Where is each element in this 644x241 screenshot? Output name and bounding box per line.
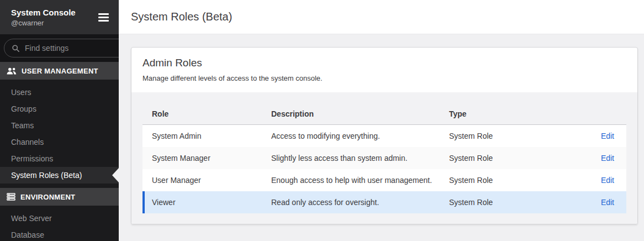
sidebar-item-label: Channels: [11, 138, 44, 146]
sidebar-item-label: Web Server: [11, 214, 52, 223]
active-item-arrow-icon: [112, 168, 119, 182]
edit-link[interactable]: Edit: [601, 132, 614, 140]
sidebar-item-channels[interactable]: Channels: [0, 134, 119, 150]
sidebar-item-users[interactable]: Users: [0, 84, 119, 101]
type-cell: System Role: [449, 132, 590, 140]
role-cell: User Manager: [152, 176, 271, 185]
sidebar-section-environment: ENVIRONMENT: [0, 188, 119, 206]
page-title: System Roles (Beta): [131, 11, 232, 23]
sidebar-item-label: Permissions: [11, 154, 53, 163]
column-header-type: Type: [449, 109, 590, 118]
menu-icon[interactable]: [98, 12, 109, 23]
main-area: System Roles (Beta) Admin Roles Manage d…: [119, 0, 644, 241]
roles-table-header-row: Role Description Type: [142, 103, 626, 125]
table-row: User Manager Enough access to help with …: [142, 169, 626, 191]
card-header: Admin Roles Manage different levels of a…: [131, 48, 637, 92]
table-row: Viewer Read only access for oversight. S…: [142, 191, 626, 213]
description-cell: Enough access to help with user manageme…: [271, 176, 449, 185]
section-label: ENVIRONMENT: [20, 193, 75, 201]
type-cell: System Role: [449, 198, 590, 207]
table-row: System Admin Access to modifying everyth…: [142, 125, 626, 147]
column-header-role: Role: [152, 109, 271, 118]
server-icon: [7, 193, 15, 201]
search-icon: [12, 44, 20, 53]
role-cell: System Admin: [152, 132, 271, 140]
console-username: @cwarner: [11, 18, 76, 28]
sidebar-item-permissions[interactable]: Permissions: [0, 150, 119, 167]
roles-table-body: System Admin Access to modifying everyth…: [142, 125, 626, 213]
search-input[interactable]: [25, 44, 125, 53]
role-cell: System Manager: [152, 154, 271, 163]
edit-link[interactable]: Edit: [601, 176, 614, 185]
sidebar-item-label: Teams: [11, 121, 34, 130]
sidebar-items-user-management: UsersGroupsTeamsChannelsPermissionsSyste…: [0, 80, 119, 188]
sidebar-item-database[interactable]: Database: [0, 227, 119, 241]
sidebar-item-label: Database: [11, 230, 44, 239]
sidebar-items-environment: Web ServerDatabase: [0, 206, 119, 241]
description-cell: Access to modifying everything.: [271, 132, 449, 140]
sidebar-item-label: Users: [11, 88, 31, 97]
section-label: USER MANAGEMENT: [22, 67, 98, 75]
role-cell: Viewer: [152, 198, 271, 207]
sidebar-item-label: System Roles (Beta): [11, 171, 82, 180]
edit-link[interactable]: Edit: [601, 198, 614, 207]
sidebar-item-groups[interactable]: Groups: [0, 101, 119, 117]
column-header-description: Description: [271, 109, 449, 118]
sidebar-section-user-management: USER MANAGEMENT: [0, 62, 119, 80]
sidebar-search-section: [0, 34, 119, 62]
sidebar-item-system-roles-beta[interactable]: System Roles (Beta): [0, 167, 119, 184]
content: Admin Roles Manage different levels of a…: [119, 34, 644, 241]
description-cell: Read only access for oversight.: [271, 198, 449, 207]
card-title: Admin Roles: [142, 57, 626, 69]
table-row: System Manager Slightly less access than…: [142, 147, 626, 169]
console-identity: System Console @cwarner: [11, 7, 76, 28]
sidebar-item-web-server[interactable]: Web Server: [0, 210, 119, 227]
admin-roles-card: Admin Roles Manage different levels of a…: [131, 47, 638, 224]
sidebar-header: System Console @cwarner: [0, 0, 119, 34]
description-cell: Slightly less access than system admin.: [271, 154, 449, 163]
roles-table: Role Description Type System Admin Acces…: [131, 92, 637, 224]
card-subtitle: Manage different levels of access to the…: [142, 74, 626, 82]
users-icon: [7, 67, 17, 75]
console-title: System Console: [11, 7, 76, 18]
sidebar-item-label: Groups: [11, 104, 36, 113]
type-cell: System Role: [449, 176, 590, 185]
type-cell: System Role: [449, 154, 590, 163]
topbar: System Roles (Beta): [119, 0, 644, 34]
sidebar: System Console @cwarner: [0, 0, 119, 241]
sidebar-item-teams[interactable]: Teams: [0, 117, 119, 134]
search-pill[interactable]: [4, 39, 133, 57]
edit-link[interactable]: Edit: [601, 154, 614, 163]
